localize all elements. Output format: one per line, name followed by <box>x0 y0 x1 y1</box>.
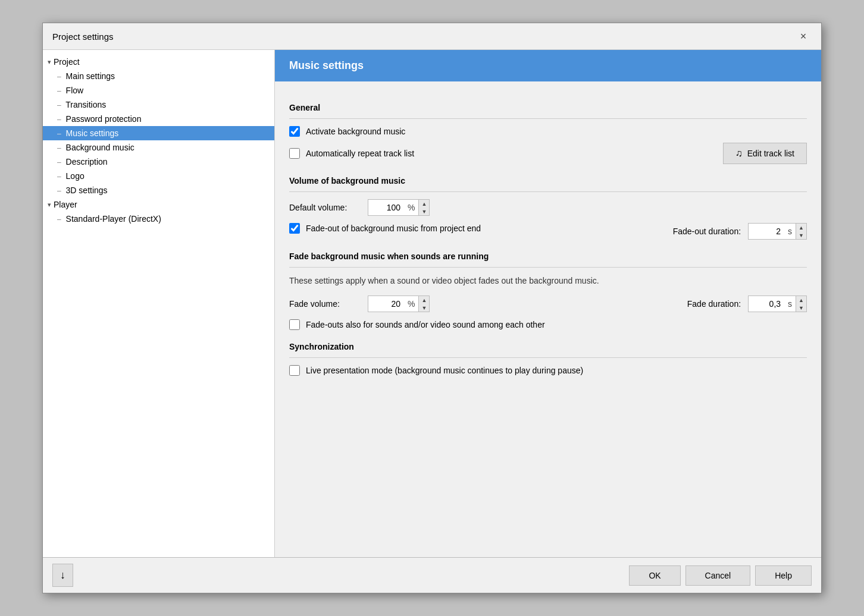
section-title-fade-bg: Fade background music when sounds are ru… <box>289 252 807 261</box>
default-volume-arrows: ▲ ▼ <box>418 200 429 215</box>
dash-icon: – <box>57 158 61 166</box>
sidebar-item-password-protection[interactable]: – Password protection <box>43 112 274 126</box>
down-arrow-button[interactable]: ↓ <box>52 564 73 587</box>
default-volume-input[interactable] <box>368 200 404 215</box>
sidebar-item-description[interactable]: – Description <box>43 155 274 169</box>
fade-duration-right: Fade duration: s ▲ ▼ <box>687 296 807 312</box>
auto-repeat-label: Automatically repeat track list <box>306 149 414 158</box>
edit-track-list-button[interactable]: ♫ Edit track list <box>723 143 807 164</box>
fade-duration-arrows: ▲ ▼ <box>796 296 806 312</box>
sidebar-item-background-music[interactable]: – Background music <box>43 140 274 155</box>
fade-volume-input[interactable] <box>368 296 404 312</box>
ok-button[interactable]: OK <box>629 565 680 586</box>
main-panel: Music settings General Activate backgrou… <box>275 50 821 557</box>
fade-outs-label: Fade-outs also for sounds and/or video s… <box>306 320 545 329</box>
sidebar-item-logo[interactable]: – Logo <box>43 169 274 183</box>
fade-duration-spinbox[interactable]: s ▲ ▼ <box>748 296 807 312</box>
dash-icon: – <box>57 172 61 181</box>
default-volume-spinbox[interactable]: % ▲ ▼ <box>368 199 430 216</box>
fade-volume-arrows: ▲ ▼ <box>418 296 429 312</box>
live-mode-row: Live presentation mode (background music… <box>289 365 807 376</box>
panel-body: General Activate background music Automa… <box>275 81 821 394</box>
project-arrow: ▾ <box>48 58 51 66</box>
dialog-title: Project settings <box>52 32 114 42</box>
activate-bg-music-checkbox[interactable] <box>289 126 300 137</box>
sidebar-item-flow[interactable]: – Flow <box>43 83 274 98</box>
fade-out-checkbox[interactable] <box>289 223 300 234</box>
sidebar-item-standard-player[interactable]: – Standard-Player (DirectX) <box>43 212 274 226</box>
fade-out-duration-arrows: ▲ ▼ <box>796 224 806 239</box>
sidebar: ▾ Project – Main settings – Flow – <box>43 50 275 557</box>
fade-volume-label: Fade volume: <box>289 299 361 309</box>
fade-out-checkbox-area: Fade-out of background music from projec… <box>289 223 666 235</box>
sidebar-item-main-settings[interactable]: – Main settings <box>43 69 274 83</box>
default-volume-down[interactable]: ▼ <box>419 208 429 215</box>
sidebar-item-label: 3D settings <box>66 186 108 195</box>
fade-duration-area: Fade-out duration: s ▲ ▼ <box>673 223 807 240</box>
project-settings-dialog: Project settings × ▾ Project – Main sett… <box>42 23 822 593</box>
sidebar-item-label: Flow <box>66 86 84 95</box>
fade-volume-down[interactable]: ▼ <box>419 304 429 312</box>
fade-out-duration-unit: s <box>784 227 796 236</box>
fade-out-up[interactable]: ▲ <box>796 224 806 231</box>
dash-icon: – <box>57 101 61 109</box>
default-volume-unit: % <box>404 203 418 212</box>
sidebar-item-label: Player <box>54 200 77 209</box>
activate-bg-music-row: Activate background music <box>289 126 807 137</box>
sidebar-item-label: Description <box>66 157 108 166</box>
sidebar-item-label: Transitions <box>65 100 106 109</box>
divider-volume <box>289 191 807 192</box>
edit-track-list-label: Edit track list <box>747 149 794 158</box>
live-mode-label: Live presentation mode (background music… <box>306 366 583 375</box>
fade-bg-description: These settings apply when a sound or vid… <box>289 275 807 287</box>
fade-outs-checkbox[interactable] <box>289 319 300 330</box>
fade-volume-spinbox[interactable]: % ▲ ▼ <box>368 296 430 312</box>
bottom-bar: ↓ OK Cancel Help <box>43 557 821 593</box>
sidebar-item-label: Background music <box>66 143 134 152</box>
fade-duration-label: Fade duration: <box>687 299 741 309</box>
fade-out-label: Fade-out of background music from projec… <box>306 223 481 235</box>
divider-sync <box>289 357 807 358</box>
fade-duration-down[interactable]: ▼ <box>796 304 806 312</box>
fade-out-down[interactable]: ▼ <box>796 231 806 239</box>
fade-volume-up[interactable]: ▲ <box>419 296 429 304</box>
fade-duration-input[interactable] <box>749 296 784 312</box>
default-volume-up[interactable]: ▲ <box>419 200 429 208</box>
fade-out-duration-input[interactable] <box>749 224 784 239</box>
sidebar-item-music-settings[interactable]: – Music settings <box>43 126 274 140</box>
fade-volume-left: Fade volume: % ▲ ▼ <box>289 296 430 312</box>
dash-icon: – <box>57 215 61 224</box>
sidebar-item-transitions[interactable]: – Transitions <box>43 98 274 112</box>
divider-fade-bg <box>289 267 807 268</box>
default-volume-label: Default volume: <box>289 203 361 212</box>
section-title-sync: Synchronization <box>289 342 807 351</box>
default-volume-row: Default volume: % ▲ ▼ <box>289 199 807 216</box>
divider-general <box>289 118 807 119</box>
dash-icon: – <box>57 144 61 152</box>
auto-repeat-checkbox[interactable] <box>289 148 300 159</box>
fade-volume-unit: % <box>404 299 418 309</box>
fade-out-duration-label: Fade-out duration: <box>673 227 741 236</box>
music-icon: ♫ <box>735 148 743 159</box>
sidebar-item-project[interactable]: ▾ Project <box>43 55 274 69</box>
fade-duration-up[interactable]: ▲ <box>796 296 806 304</box>
fade-volume-row: Fade volume: % ▲ ▼ Fade duration: <box>289 296 807 312</box>
sidebar-item-3d-settings[interactable]: – 3D settings <box>43 183 274 197</box>
live-mode-checkbox[interactable] <box>289 365 300 376</box>
help-button[interactable]: Help <box>755 565 812 586</box>
player-arrow: ▾ <box>48 201 51 209</box>
sidebar-item-label: Logo <box>66 171 84 181</box>
section-title-volume: Volume of background music <box>289 176 807 186</box>
close-button[interactable]: × <box>795 28 812 45</box>
activate-bg-music-label: Activate background music <box>306 127 405 136</box>
sidebar-item-player[interactable]: ▾ Player <box>43 197 274 212</box>
fade-out-duration-spinbox[interactable]: s ▲ ▼ <box>748 223 807 240</box>
cancel-button[interactable]: Cancel <box>685 565 751 586</box>
content-area: ▾ Project – Main settings – Flow – <box>43 50 821 557</box>
dash-icon: – <box>57 130 61 138</box>
sidebar-item-label: Standard-Player (DirectX) <box>66 214 161 224</box>
fade-out-row: Fade-out of background music from projec… <box>289 223 807 240</box>
sidebar-item-label: Project <box>54 57 80 67</box>
sidebar-item-label: Main settings <box>66 71 115 81</box>
dash-icon: – <box>57 73 61 81</box>
